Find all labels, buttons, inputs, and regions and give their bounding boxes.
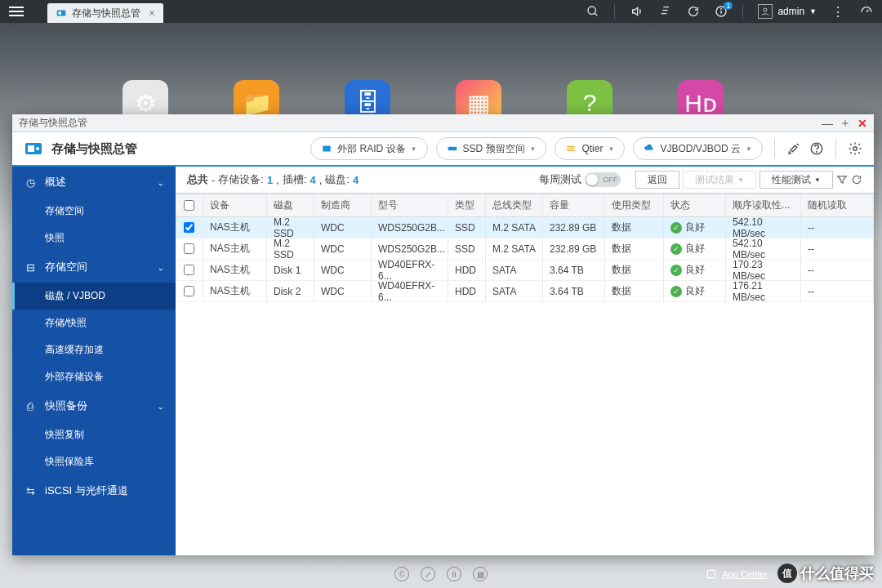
back-button[interactable]: 返回 [635,171,679,189]
row-checkbox[interactable] [184,222,194,233]
help-icon[interactable] [809,141,824,156]
svg-rect-12 [323,146,331,152]
svg-line-8 [866,10,869,12]
pill-external-raid[interactable]: 外部 RAID 设备▼ [310,137,427,160]
sidebar-group-storage[interactable]: ⊟存储空间⌃ [12,252,176,283]
sidebar-item-storage-snapshot[interactable]: 存储/快照 [12,310,176,336]
svg-point-7 [764,8,767,11]
refresh-icon[interactable] [687,5,700,18]
storage-window: 存储与快照总管 — ＋ ✕ 存储与快照总管 外部 RAID 设备▼ SSD 预留… [12,114,874,555]
menu-icon[interactable] [0,7,33,16]
app-tab[interactable]: 存储与快照总管 × [47,3,163,23]
dock-icon-1[interactable]: © [394,567,409,581]
table-header: 设备 磁盘 制造商 型号 类型 总线类型 容量 使用类型 状态 顺序读取性...… [176,194,874,217]
raid-icon [321,143,332,154]
total-label: 总共 [187,172,208,187]
chevron-down-icon: ▼ [809,7,817,16]
sidebar-item-snap-copy[interactable]: 快照复制 [12,421,176,448]
cloud-icon [644,143,655,154]
sidebar-item-disk-vjbod[interactable]: 磁盘 / VJBOD [12,283,176,310]
select-all-checkbox[interactable] [184,200,194,211]
filter-icon[interactable] [836,174,848,185]
camera-icon: ⎙ [24,400,37,412]
status-ok-icon: ✓ [670,286,682,297]
watermark: 值什么值得买 [777,564,874,583]
row-checkbox[interactable] [184,286,194,296]
svg-point-2 [588,7,595,14]
status-ok-icon: ✓ [670,222,682,234]
username: admin [777,6,804,17]
tab-close-icon[interactable]: × [149,7,155,20]
search-icon[interactable] [586,5,599,18]
volume-icon[interactable] [630,5,644,18]
more-icon[interactable]: ⋮ [831,4,844,20]
main-content: 总共- 存储设备: 1, 插槽: 4, 磁盘: 4 每周测试 OFF 返回 测试… [176,167,874,555]
sidebar-item-snap-vault[interactable]: 快照保险库 [12,448,176,475]
tab-title: 存储与快照总管 [72,7,140,20]
user-menu[interactable]: admin ▼ [758,4,817,19]
gear-icon[interactable] [848,141,862,156]
sidebar: ◷概述⌃ 存储空间 快照 ⊟存储空间⌃ 磁盘 / VJBOD 存储/快照 高速缓… [12,167,176,555]
dock-icon-2[interactable]: ⤢ [421,567,435,581]
window-title: 存储与快照总管 [19,116,87,130]
sidebar-group-overview[interactable]: ◷概述⌃ [12,167,176,198]
svg-point-15 [817,151,817,152]
ssd-icon [447,143,458,154]
system-topbar: 存储与快照总管 × 1 admin ▼ ⋮ [0,0,882,23]
table-row[interactable]: NAS主机M.2 SSDWDCWDS250G2B...SSDM.2 SATA23… [176,238,874,260]
test-result-button: 测试结果▼ [683,171,756,189]
app-title: 存储与快照总管 [51,141,302,157]
chevron-up-icon: ⌃ [158,178,164,187]
summary-bar: 总共- 存储设备: 1, 插槽: 4, 磁盘: 4 每周测试 OFF 返回 测试… [176,167,874,194]
network-icon: ⇆ [24,485,37,497]
dashboard-icon: ◷ [24,176,37,189]
dashboard-icon[interactable] [859,5,874,18]
svg-point-16 [853,147,858,151]
svg-point-6 [721,8,722,9]
dock-icon-4[interactable]: ▦ [473,567,488,581]
appcenter-link[interactable]: App Center [706,568,768,580]
pill-vjbod[interactable]: VJBOD/VJBOD 云▼ [633,137,763,160]
row-checkbox[interactable] [184,243,194,254]
storage-icon [56,7,67,19]
sidebar-item-storage-space[interactable]: 存储空间 [12,198,176,225]
info-icon[interactable]: 1 [715,5,728,18]
app-icon [24,139,43,158]
status-ok-icon: ✓ [670,243,682,255]
status-ok-icon: ✓ [670,265,682,276]
sidebar-item-cache[interactable]: 高速缓存加速 [12,336,176,363]
pill-ssd-reserve[interactable]: SSD 预留空间▼ [436,137,547,160]
row-checkbox[interactable] [184,265,194,275]
qtier-icon [565,143,577,154]
perf-test-button[interactable]: 性能测试▼ [760,171,833,189]
svg-rect-1 [59,11,62,15]
desktop-icons: ⚙📁🗄▦?Hᴅ [0,23,724,126]
window-header: 存储与快照总管 外部 RAID 设备▼ SSD 预留空间▼ Qtier▼ VJB… [12,132,874,167]
svg-point-11 [36,147,39,150]
sidebar-item-snapshot[interactable]: 快照 [12,225,176,252]
svg-rect-10 [28,145,34,152]
table-row[interactable]: NAS主机Disk 1WDCWD40EFRX-6...HDDSATA3.64 T… [176,260,874,281]
dock-icon-3[interactable]: ⏸ [447,567,461,581]
chevron-up-icon: ⌃ [158,263,164,272]
avatar-icon [758,4,773,19]
pill-qtier[interactable]: Qtier▼ [555,137,625,160]
weekly-test-toggle[interactable]: OFF [585,172,621,187]
minimize-icon[interactable]: — [822,117,833,130]
maximize-icon[interactable]: ＋ [840,116,851,131]
tools-icon[interactable] [786,141,801,156]
svg-rect-17 [708,570,715,577]
sidebar-group-iscsi[interactable]: ⇆iSCSI 与光纤通道 [12,475,176,506]
devices-icon[interactable] [659,5,672,18]
window-titlebar[interactable]: 存储与快照总管 — ＋ ✕ [12,114,874,132]
table-row[interactable]: NAS主机Disk 2WDCWD40EFRX-6...HDDSATA3.64 T… [176,281,874,302]
svg-line-3 [595,13,597,16]
table-row[interactable]: NAS主机M.2 SSDWDCWDS250G2B...SSDM.2 SATA23… [176,217,874,238]
refresh-icon[interactable] [851,174,862,185]
sidebar-item-external[interactable]: 外部存储设备 [12,363,176,390]
svg-rect-13 [448,147,457,151]
sidebar-group-snapshot-backup[interactable]: ⎙快照备份⌃ [12,390,176,421]
weekly-test-label: 每周测试 [539,172,581,187]
chevron-up-icon: ⌃ [158,402,164,411]
close-icon[interactable]: ✕ [858,117,867,130]
